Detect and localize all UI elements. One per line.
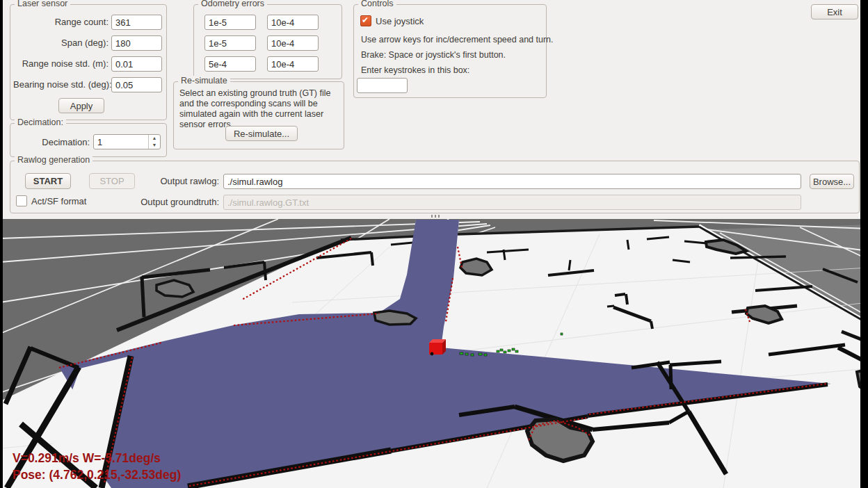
bearing-noise-input[interactable] — [111, 77, 162, 92]
controls-title: Controls — [358, 0, 396, 8]
bearing-noise-label: Bearing noise std. (deg): — [13, 79, 108, 90]
use-joystick-checkbox[interactable] — [360, 15, 371, 26]
robot — [429, 339, 446, 355]
resimulate-group: Re-simulate Select an existing ground tr… — [173, 81, 344, 149]
span-label: Span (deg): — [13, 38, 108, 48]
range-count-input[interactable] — [111, 15, 162, 30]
decimation-group: Decimation: Decimation: ▲ ▼ — [10, 123, 167, 157]
laser-sensor-title: Laser sensor — [15, 0, 70, 8]
range-count-label: Range count: — [13, 17, 108, 27]
output-groundtruth-label: Output groundtruth: — [115, 197, 219, 207]
odometry-xphi-input[interactable] — [267, 15, 319, 30]
output-rawlog-label: Output rawlog: — [115, 176, 219, 186]
decimation-spinner[interactable]: ▲ ▼ — [93, 134, 161, 149]
hud-velocity-text: V=0.291m/s W=-5.71deg/s — [13, 451, 161, 465]
odometry-phiphi-input[interactable] — [267, 56, 319, 72]
controls-keystrokes-text: Enter keystrokes in this box: — [361, 65, 469, 75]
exit-button[interactable]: Exit — [811, 4, 858, 19]
controls-brake-text: Brake: Space or joystick's first button. — [361, 50, 506, 60]
start-button[interactable]: START — [25, 173, 71, 189]
odometry-errors-title: Odometry errors — [198, 0, 267, 8]
output-rawlog-input[interactable] — [223, 174, 801, 189]
rawlog-generation-group: Rawlog generation START STOP Output rawl… — [10, 161, 860, 213]
range-noise-input[interactable] — [111, 56, 162, 72]
resimulate-title: Re-simulate — [178, 76, 230, 86]
spinner-up-icon[interactable]: ▲ — [149, 135, 160, 142]
span-input[interactable] — [111, 35, 162, 51]
odometry-yphi-input[interactable] — [267, 35, 319, 51]
resimulate-button[interactable]: Re-simulate... — [225, 126, 298, 141]
simulation-3d-viewport[interactable]: V=0.291m/s W=-5.71deg/s Pose: (4.762,0.2… — [0, 219, 868, 488]
use-joystick-label: Use joystick — [376, 16, 424, 26]
keystroke-input[interactable] — [357, 78, 408, 93]
output-groundtruth-input[interactable] — [223, 195, 801, 210]
hud-pose-text: Pose: (4.762,0.215,-32.53deg) — [13, 468, 181, 482]
decimation-title: Decimation: — [15, 117, 66, 127]
controls-group: Controls Use joystick Use arrow keys for… — [353, 4, 547, 98]
actsf-format-label: Act/SF format — [31, 196, 86, 206]
odometry-xx-input[interactable] — [204, 15, 256, 30]
odometry-yy-input[interactable] — [204, 35, 256, 51]
controls-arrow-keys-text: Use arrow keys for inc/decrement speed a… — [361, 35, 554, 44]
spinner-down-icon[interactable]: ▼ — [149, 142, 160, 149]
apply-button[interactable]: Apply — [58, 98, 104, 113]
odometry-phix-input[interactable] — [204, 56, 256, 72]
range-noise-label: Range noise std. (m): — [13, 58, 108, 69]
resimulate-description: Select an existing ground truth (GT) fil… — [179, 88, 338, 130]
screen-edge-right — [860, 0, 868, 488]
screen-edge-left — [0, 0, 3, 488]
browse-button[interactable]: Browse... — [810, 174, 854, 189]
splitter-grip[interactable] — [431, 215, 442, 218]
spinner-arrows: ▲ ▼ — [148, 135, 160, 149]
control-panel: Laser sensor Range count: Span (deg): Ra… — [3, 0, 860, 219]
laser-sensor-group: Laser sensor Range count: Span (deg): Ra… — [10, 4, 167, 120]
decimation-input[interactable] — [94, 135, 148, 149]
odometry-errors-group: Odometry errors — [193, 4, 342, 79]
actsf-format-checkbox[interactable] — [16, 195, 27, 206]
rawlog-generation-title: Rawlog generation — [15, 155, 93, 165]
decimation-label: Decimation: — [13, 137, 90, 147]
